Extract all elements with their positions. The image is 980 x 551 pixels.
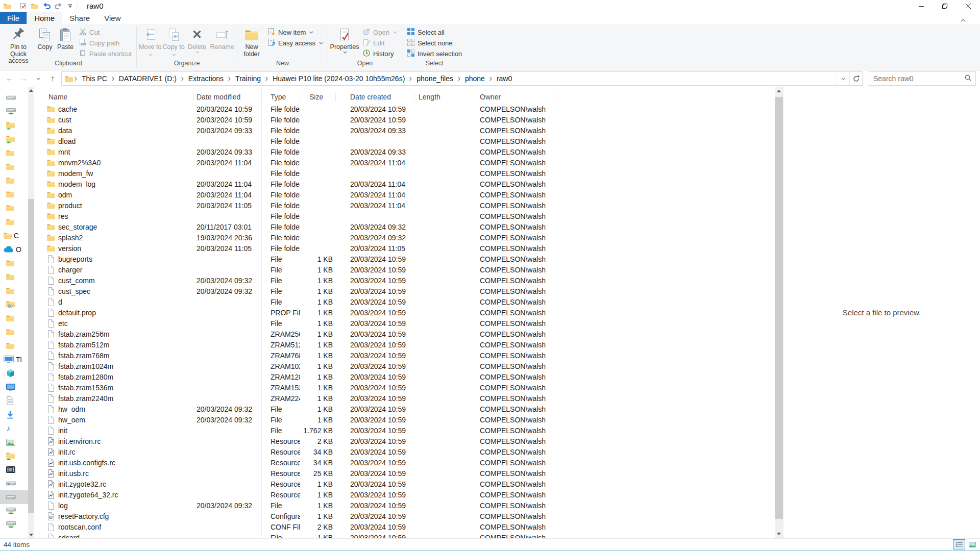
file-row[interactable]: init.zygote64_32.rcResource S...1 KB20/0… xyxy=(34,489,775,500)
sidebar-item-folder[interactable] xyxy=(0,339,28,353)
file-row[interactable]: hw_odm20/03/2024 09:32File1 KB20/03/2024… xyxy=(34,404,775,414)
file-row[interactable]: init.rcResource S...34 KB20/03/2024 10:5… xyxy=(34,446,775,457)
new-folder-button[interactable]: New folder xyxy=(239,25,264,58)
file-row[interactable]: init.zygote32.rcResource S...1 KB20/03/2… xyxy=(34,479,775,489)
refresh-icon[interactable] xyxy=(849,72,862,85)
sidebar-item-network-folder[interactable] xyxy=(0,449,28,463)
restore-button[interactable] xyxy=(933,0,957,12)
column-header-length[interactable]: Length xyxy=(414,93,477,102)
sidebar-item-drive-windows[interactable] xyxy=(0,477,28,490)
file-row[interactable]: bugreportsFile1 KB20/03/2024 10:59COMPEL… xyxy=(34,254,775,264)
tab-share[interactable]: Share xyxy=(62,12,97,24)
breadcrumb-chevron-icon[interactable] xyxy=(180,77,185,81)
history-button[interactable]: History xyxy=(359,48,400,59)
up-icon[interactable]: ↑ xyxy=(47,72,58,85)
file-row[interactable]: cust20/03/2024 10:59File folder20/03/202… xyxy=(34,114,775,125)
column-header-date-modified[interactable]: Date modified xyxy=(194,93,261,102)
close-button[interactable] xyxy=(957,0,980,12)
file-row[interactable]: cust_spec20/03/2024 09:32File1 KB20/03/2… xyxy=(34,286,775,296)
select-none-button[interactable]: Select none xyxy=(404,38,465,48)
file-row[interactable]: etcFile1 KB20/03/2024 10:59COMPELSON\wal… xyxy=(34,318,775,329)
file-row[interactable]: fstab.zram1024mZRAM1024...1 KB20/03/2024… xyxy=(34,361,775,371)
column-header-size[interactable]: Size xyxy=(300,93,336,102)
file-row[interactable]: modem_fwFile folderCOMPELSON\walsh xyxy=(34,168,775,179)
sidebar-item-network-drive[interactable] xyxy=(0,105,28,118)
scroll-down-icon[interactable] xyxy=(775,530,783,538)
navigation-scrollbar[interactable] xyxy=(28,87,34,538)
sidebar-item-network-drive[interactable] xyxy=(0,504,28,518)
column-header-name[interactable]: Name xyxy=(34,93,194,102)
breadcrumb-chevron-icon[interactable] xyxy=(73,77,79,81)
sidebar-item-link-folder[interactable] xyxy=(0,297,28,311)
qat-new-folder-icon[interactable] xyxy=(31,2,39,10)
minimize-ribbon-icon[interactable] xyxy=(961,15,966,24)
sidebar-item-folder[interactable] xyxy=(0,215,28,229)
sidebar-item-folder[interactable]: C xyxy=(0,229,28,242)
tab-file[interactable]: File xyxy=(0,12,27,24)
file-row[interactable]: fstab.zram512mZRAM512...1 KB20/03/2024 1… xyxy=(34,339,775,350)
sidebar-item-folder[interactable] xyxy=(0,311,28,325)
file-row[interactable]: resetFactory.cfgConfigurat...1 KB20/03/2… xyxy=(34,511,775,521)
file-row[interactable]: init.usb.configfs.rcResource S...34 KB20… xyxy=(34,457,775,468)
file-row[interactable]: sdcardFile1 KB20/03/2024 10:59COMPELSON\… xyxy=(34,532,775,538)
file-row[interactable]: chargerFile1 KB20/03/2024 10:59COMPELSON… xyxy=(34,264,775,275)
column-header-date-created[interactable]: Date created xyxy=(336,93,414,102)
new-item-button[interactable]: New item xyxy=(264,27,326,38)
breadcrumb-chevron-icon[interactable] xyxy=(264,77,270,81)
sidebar-item-desktop[interactable] xyxy=(0,380,28,394)
sidebar-item-folder[interactable] xyxy=(0,187,28,201)
file-row[interactable]: dloadFile folderCOMPELSON\walsh xyxy=(34,136,775,146)
qat-undo-icon[interactable] xyxy=(42,2,51,10)
easy-access-button[interactable]: Easy access xyxy=(264,38,326,48)
file-row[interactable]: sec_storage20/11/2017 03:01File folder20… xyxy=(34,221,775,232)
file-row[interactable]: fstab.zram1536mZRAM1536...1 KB20/03/2024… xyxy=(34,382,775,393)
sidebar-item-folder[interactable] xyxy=(0,284,28,297)
file-list-scrollbar[interactable] xyxy=(775,87,783,538)
qat-customize-icon[interactable] xyxy=(66,2,74,10)
file-row[interactable]: mnt20/03/2024 09:33File folder20/03/2024… xyxy=(34,146,775,157)
file-row[interactable]: dFile1 KB20/03/2024 10:59COMPELSON\walsh xyxy=(34,296,775,307)
scrollbar-thumb[interactable] xyxy=(775,97,783,519)
select-all-button[interactable]: Select all xyxy=(404,27,465,38)
sidebar-item-drive[interactable] xyxy=(0,490,28,504)
breadcrumb-chevron-icon[interactable] xyxy=(408,77,413,81)
file-row[interactable]: resFile folderCOMPELSON\walsh xyxy=(34,211,775,221)
file-row[interactable]: init.environ.rcResource S...2 KB20/03/20… xyxy=(34,436,775,446)
file-row[interactable]: modem_log20/03/2024 11:04File folder20/0… xyxy=(34,179,775,189)
breadcrumb-chevron-icon[interactable] xyxy=(488,77,494,81)
tab-home[interactable]: Home xyxy=(27,12,62,24)
file-row[interactable]: product20/03/2024 11:05File folder20/03/… xyxy=(34,200,775,211)
address-dropdown-icon[interactable] xyxy=(837,72,849,85)
sidebar-item-videos[interactable] xyxy=(0,463,28,477)
scroll-up-icon[interactable] xyxy=(28,87,34,94)
sidebar-item-network-folder[interactable] xyxy=(0,132,28,146)
qat-properties-icon[interactable] xyxy=(19,2,27,10)
file-row[interactable]: fstab.zram2240mZRAM2240...1 KB20/03/2024… xyxy=(34,393,775,404)
file-row[interactable]: version20/03/2024 11:05File folder20/03/… xyxy=(34,243,775,254)
sidebar-item-network-drive[interactable] xyxy=(0,518,28,532)
scrollbar-thumb[interactable] xyxy=(28,199,34,513)
breadcrumb-segment[interactable]: Extractions xyxy=(185,74,227,83)
scroll-up-icon[interactable] xyxy=(775,87,783,95)
breadcrumb-segment[interactable]: Huawei P10 lite (2024-03-20 10h55m26s) xyxy=(270,74,408,83)
sidebar-item-this-pc[interactable]: Tl xyxy=(0,353,28,366)
file-row[interactable]: fstab.zram768mZRAM768...1 KB20/03/2024 1… xyxy=(34,350,775,361)
sidebar-item-network-folder[interactable] xyxy=(0,118,28,132)
sidebar-item-downloads[interactable] xyxy=(0,408,28,421)
sidebar-item-folder[interactable] xyxy=(0,173,28,187)
file-row[interactable]: log20/03/2024 09:32File1 KB20/03/2024 10… xyxy=(34,500,775,511)
sidebar-item-documents[interactable] xyxy=(0,394,28,408)
column-header-type[interactable]: Type xyxy=(261,93,300,102)
breadcrumb-segment[interactable]: phone_files xyxy=(413,74,456,83)
file-row[interactable]: initFile1.762 KB20/03/2024 10:59COMPELSO… xyxy=(34,425,775,436)
file-row[interactable]: splash219/03/2024 20:36File folder20/03/… xyxy=(34,232,775,243)
address-box[interactable]: This PCDATADRIVE1 (D:)ExtractionsTrainin… xyxy=(61,71,863,86)
sidebar-item-folder[interactable] xyxy=(0,160,28,173)
minimize-button[interactable] xyxy=(910,0,933,12)
file-row[interactable]: odm20/03/2024 11:04File folder20/03/2024… xyxy=(34,189,775,200)
sidebar-item-3d-objects[interactable] xyxy=(0,366,28,380)
file-row[interactable]: fstab.zram256mZRAM256...1 KB20/03/2024 1… xyxy=(34,329,775,339)
copy-button[interactable]: Copy xyxy=(35,25,55,51)
file-row[interactable]: cust_comm20/03/2024 09:32File1 KB20/03/2… xyxy=(34,275,775,286)
sidebar-item-folder[interactable] xyxy=(0,325,28,339)
